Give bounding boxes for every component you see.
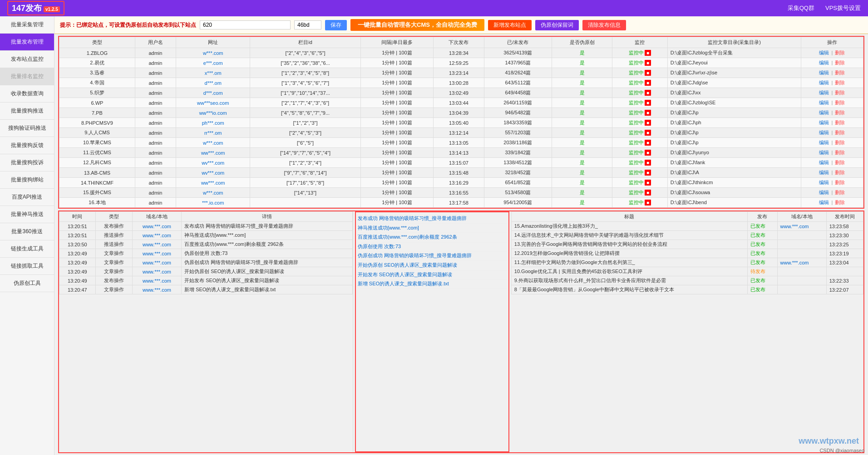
log-row: 13:20:49 发布操作 www.***.com 开始发布 SEO的诱人课区_… <box>59 276 353 285</box>
monitor-stop-btn[interactable]: ■ <box>645 110 651 116</box>
monitor-stop-btn[interactable]: ■ <box>645 120 651 126</box>
pub-time: 13:23:58 <box>826 222 863 231</box>
monitor-stop-btn[interactable]: ■ <box>645 170 651 176</box>
sidebar-item-sogou-captcha[interactable]: 搜狗验证码推送 <box>0 120 54 137</box>
delete-link[interactable]: 删除 <box>835 120 845 125</box>
sidebar-item-sogou-bind[interactable]: 批量搜狗绑站 <box>0 171 54 189</box>
sidebar-item-site-monitor[interactable]: 发布站点监控 <box>0 51 54 68</box>
main-layout: 批量采集管理 批量发布管理 发布站点监控 批量排名监控 收录数据查询 批量搜狗推… <box>0 16 868 455</box>
log-type: 文章操作 <box>95 258 132 267</box>
cell-dir: D:\桌面\CJ\yunyo <box>667 148 801 158</box>
sidebar-item-rank-monitor[interactable]: 批量排名监控 <box>0 68 54 85</box>
cell-user: admin <box>135 58 176 68</box>
delete-link[interactable]: 删除 <box>835 190 845 195</box>
edit-link[interactable]: 编辑 <box>819 180 829 185</box>
delete-link[interactable]: 删除 <box>835 60 845 65</box>
cell-next: 13:03:44 <box>434 98 484 108</box>
monitor-stop-btn[interactable]: ■ <box>645 70 651 76</box>
log-domain: www.***.com <box>132 231 181 240</box>
sidebar-item-shenma-push[interactable]: 批量神马推送 <box>0 206 54 223</box>
monitor-stop-btn[interactable]: ■ <box>645 190 651 196</box>
cell-type: 5.织梦 <box>59 88 135 98</box>
token-input[interactable] <box>200 20 291 29</box>
sidebar-item-index-query[interactable]: 收录数据查询 <box>0 85 54 103</box>
edit-link[interactable]: 编辑 <box>819 140 829 145</box>
monitor-stop-btn[interactable]: ■ <box>645 90 651 96</box>
edit-link[interactable]: 编辑 <box>819 120 829 125</box>
cell-op: 编辑 | 删除 <box>801 78 863 88</box>
cell-count: 954/12005篇 <box>484 198 552 208</box>
cell-op: 编辑 | 删除 <box>801 158 863 168</box>
delete-link[interactable]: 删除 <box>835 150 845 155</box>
edit-link[interactable]: 编辑 <box>819 160 829 165</box>
delete-link[interactable]: 删除 <box>835 160 845 165</box>
edit-link[interactable]: 编辑 <box>819 90 829 95</box>
edit-link[interactable]: 编辑 <box>819 150 829 155</box>
publish-row: 13.完善的合乎Google网络网络营销网络营销中文网站的轻创业务流程 已发布 … <box>511 240 863 249</box>
sidebar-item-360-push[interactable]: 批量360推送 <box>0 223 54 240</box>
delete-link[interactable]: 删除 <box>835 140 845 145</box>
new-site-button[interactable]: 新增发布站点 <box>488 20 532 30</box>
monitor-stop-btn[interactable]: ■ <box>645 180 651 186</box>
delete-link[interactable]: 删除 <box>835 70 845 75</box>
delete-link[interactable]: 删除 <box>835 90 845 95</box>
log-row: 13:20:49 文章操作 www.***.com 伪原创成功 网络营销的吸睛坏… <box>59 258 353 267</box>
sidebar-item-sogou-push[interactable]: 批量搜狗推送 <box>0 103 54 120</box>
monitor-stop-btn[interactable]: ■ <box>645 140 651 146</box>
sidebar-item-batch-publish[interactable]: 批量发布管理 <box>0 34 54 51</box>
qq-group-link[interactable]: 采集QQ群 <box>788 4 814 12</box>
clear-button[interactable]: 清除发布信息 <box>582 20 626 30</box>
delete-link[interactable]: 删除 <box>835 100 845 105</box>
edit-link[interactable]: 编辑 <box>819 70 829 75</box>
edit-link[interactable]: 编辑 <box>819 190 829 195</box>
monitor-stop-btn[interactable]: ■ <box>645 80 651 86</box>
log-row: 13:20:51 推送操作 www.***.com 神马推送成功[www.***… <box>59 231 353 240</box>
sidebar-item-link-fetch[interactable]: 链接抓取工具 <box>0 258 54 275</box>
monitor-stop-btn[interactable]: ■ <box>645 130 651 136</box>
monitor-stop-btn[interactable]: ■ <box>645 160 651 166</box>
delete-link[interactable]: 删除 <box>835 130 845 135</box>
cell-type: 16.本地 <box>59 198 135 208</box>
edit-link[interactable]: 编辑 <box>819 50 829 55</box>
sidebar-item-baidu-api[interactable]: 百度API推送 <box>0 189 54 206</box>
edit-link[interactable]: 编辑 <box>819 130 829 135</box>
sidebar-item-batch-collect[interactable]: 批量采集管理 <box>0 16 54 34</box>
cell-count: 643/5112篇 <box>484 78 552 88</box>
delete-link[interactable]: 删除 <box>835 50 845 55</box>
cell-dir: D:\桌面\CJ\A <box>667 168 801 178</box>
edit-link[interactable]: 编辑 <box>819 110 829 115</box>
delete-link[interactable]: 删除 <box>835 180 845 185</box>
cell-count: 1843/3359篇 <box>484 118 552 128</box>
pseudo-save-button[interactable]: 伪原创保留词 <box>535 20 579 30</box>
delete-link[interactable]: 删除 <box>835 80 845 85</box>
delete-link[interactable]: 删除 <box>835 200 845 205</box>
cell-next: 13:05:40 <box>434 118 484 128</box>
edit-link[interactable]: 编辑 <box>819 100 829 105</box>
monitor-stop-btn[interactable]: ■ <box>645 200 651 205</box>
cell-type: 9.人人CMS <box>59 128 135 138</box>
monitor-stop-btn[interactable]: ■ <box>645 100 651 106</box>
monitor-stop-btn[interactable]: ■ <box>645 50 651 56</box>
cell-url: wv***.com <box>176 158 250 168</box>
cell-count: 557/1203篇 <box>484 128 552 138</box>
num-input[interactable] <box>294 20 321 29</box>
delete-link[interactable]: 删除 <box>835 170 845 175</box>
pub-time <box>826 267 863 276</box>
vps-settings-link[interactable]: VPS拨号设置 <box>825 4 861 12</box>
sidebar-item-link-gen[interactable]: 链接生成工具 <box>0 240 54 258</box>
edit-link[interactable]: 编辑 <box>819 200 829 205</box>
cell-type: 10.苹果CMS <box>59 138 135 148</box>
edit-link[interactable]: 编辑 <box>819 80 829 85</box>
monitor-stop-btn[interactable]: ■ <box>645 60 651 66</box>
log-time: 13:20:49 <box>59 258 96 267</box>
cell-interval: 1分钟 | 100篇 <box>360 118 433 128</box>
save-button[interactable]: 保存 <box>325 20 347 30</box>
cell-pseudo: 是 <box>552 158 612 168</box>
sidebar-item-sogou-complaint[interactable]: 批量搜狗投诉 <box>0 154 54 171</box>
edit-link[interactable]: 编辑 <box>819 170 829 175</box>
sidebar-item-pseudo-original[interactable]: 伪原创工具 <box>0 275 54 292</box>
sidebar-item-sogou-feedback[interactable]: 批量搜狗反馈 <box>0 137 54 154</box>
delete-link[interactable]: 删除 <box>835 110 845 115</box>
edit-link[interactable]: 编辑 <box>819 60 829 65</box>
monitor-stop-btn[interactable]: ■ <box>645 150 651 156</box>
